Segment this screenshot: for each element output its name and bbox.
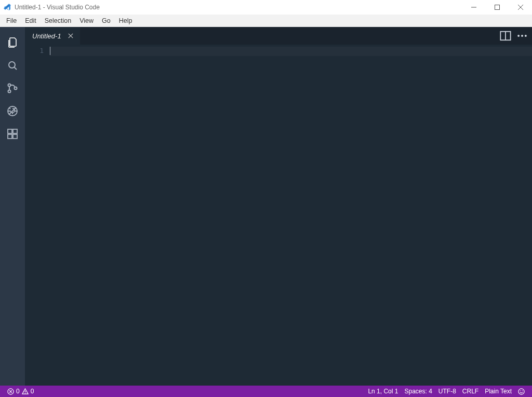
status-problems[interactable]: 0 0 — [4, 386, 37, 397]
warning-icon — [22, 388, 29, 395]
editor-body[interactable]: 1 — [25, 45, 532, 386]
status-warnings-count: 0 — [31, 388, 34, 395]
split-editor-icon[interactable] — [500, 30, 511, 42]
svg-point-15 — [525, 35, 527, 37]
status-feedback[interactable] — [515, 386, 528, 397]
text-cursor — [50, 47, 50, 55]
status-errors-count: 0 — [16, 388, 20, 395]
status-eol[interactable]: CRLF — [459, 386, 482, 397]
status-cursor-position[interactable]: Ln 1, Col 1 — [365, 386, 401, 397]
activity-explorer[interactable] — [0, 31, 25, 54]
svg-rect-10 — [13, 134, 17, 139]
svg-point-13 — [517, 35, 520, 37]
menu-help[interactable]: Help — [115, 15, 137, 26]
activity-extensions[interactable] — [0, 122, 25, 145]
tabs-actions — [500, 27, 532, 45]
gutter: 1 — [25, 45, 50, 386]
menu-selection[interactable]: Selection — [41, 15, 75, 26]
tabs-row: Untitled-1 — [25, 27, 532, 45]
smiley-icon — [518, 388, 525, 395]
svg-point-2 — [8, 84, 11, 87]
svg-point-4 — [15, 87, 17, 90]
svg-rect-8 — [13, 129, 17, 133]
window-controls — [462, 0, 532, 15]
more-actions-icon[interactable] — [516, 30, 528, 42]
titlebar: Untitled-1 - Visual Studio Code — [0, 0, 532, 15]
menu-edit[interactable]: Edit — [21, 15, 41, 26]
current-line-highlight — [50, 47, 532, 56]
minimize-button[interactable] — [462, 0, 485, 15]
main-area: Untitled-1 — [0, 27, 532, 386]
activitybar — [0, 27, 25, 386]
status-encoding[interactable]: UTF-8 — [435, 386, 459, 397]
statusbar: 0 0 Ln 1, Col 1 Spaces: 4 UTF-8 CRLF Pla… — [0, 386, 532, 397]
svg-point-20 — [520, 390, 521, 391]
activity-scm[interactable] — [0, 77, 25, 100]
status-language-mode[interactable]: Plain Text — [482, 386, 515, 397]
vscode-app-icon — [3, 3, 11, 11]
menu-view[interactable]: View — [75, 15, 98, 26]
svg-point-1 — [9, 62, 15, 68]
tab-label: Untitled-1 — [32, 32, 61, 40]
activity-debug[interactable] — [0, 100, 25, 122]
window-title: Untitled-1 - Visual Studio Code — [15, 4, 100, 11]
editor-group: Untitled-1 — [25, 27, 532, 386]
error-icon — [7, 388, 14, 395]
svg-point-18 — [24, 392, 25, 393]
menu-file[interactable]: File — [2, 15, 21, 26]
line-number: 1 — [25, 47, 44, 54]
svg-rect-0 — [495, 5, 499, 10]
maximize-button[interactable] — [485, 0, 509, 15]
menubar: File Edit Selection View Go Help — [0, 15, 532, 27]
tab-untitled-1[interactable]: Untitled-1 — [25, 27, 80, 45]
tab-close-button[interactable] — [66, 32, 75, 40]
svg-rect-7 — [8, 129, 12, 133]
menu-go[interactable]: Go — [98, 15, 115, 26]
svg-point-21 — [522, 390, 523, 391]
svg-point-3 — [8, 90, 11, 93]
code-area[interactable] — [50, 45, 532, 386]
close-button[interactable] — [509, 0, 532, 15]
status-indentation[interactable]: Spaces: 4 — [401, 386, 435, 397]
svg-rect-9 — [8, 134, 12, 139]
svg-point-14 — [521, 35, 523, 37]
svg-point-19 — [518, 388, 524, 394]
activity-search[interactable] — [0, 54, 25, 77]
